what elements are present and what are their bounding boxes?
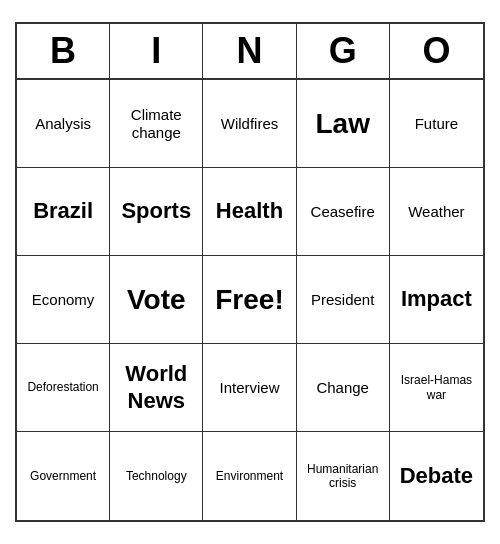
cell-text-5: Brazil (33, 198, 93, 224)
bingo-letter-o: O (390, 24, 483, 78)
bingo-cell-7: Health (203, 168, 296, 256)
bingo-cell-6: Sports (110, 168, 203, 256)
bingo-cell-17: Interview (203, 344, 296, 432)
bingo-cell-3: Law (297, 80, 390, 168)
bingo-letter-i: I (110, 24, 203, 78)
bingo-cell-18: Change (297, 344, 390, 432)
bingo-letter-n: N (203, 24, 296, 78)
bingo-cell-22: Environment (203, 432, 296, 520)
bingo-cell-12: Free! (203, 256, 296, 344)
bingo-cell-0: Analysis (17, 80, 110, 168)
cell-text-3: Law (315, 107, 369, 141)
bingo-cell-14: Impact (390, 256, 483, 344)
bingo-cell-23: Humanitarian crisis (297, 432, 390, 520)
bingo-card: BINGO AnalysisClimate changeWildfiresLaw… (15, 22, 485, 522)
cell-text-20: Government (30, 469, 96, 483)
cell-text-4: Future (415, 115, 458, 133)
bingo-cell-19: Israel-Hamas war (390, 344, 483, 432)
bingo-cell-20: Government (17, 432, 110, 520)
cell-text-6: Sports (121, 198, 191, 224)
bingo-letter-b: B (17, 24, 110, 78)
cell-text-7: Health (216, 198, 283, 224)
bingo-cell-8: Ceasefire (297, 168, 390, 256)
bingo-cell-21: Technology (110, 432, 203, 520)
cell-text-14: Impact (401, 286, 472, 312)
bingo-cell-5: Brazil (17, 168, 110, 256)
cell-text-16: World News (114, 361, 198, 414)
cell-text-23: Humanitarian crisis (301, 462, 385, 491)
cell-text-19: Israel-Hamas war (394, 373, 479, 402)
bingo-cell-1: Climate change (110, 80, 203, 168)
cell-text-8: Ceasefire (311, 203, 375, 221)
bingo-grid: AnalysisClimate changeWildfiresLawFuture… (17, 80, 483, 520)
bingo-cell-4: Future (390, 80, 483, 168)
bingo-cell-11: Vote (110, 256, 203, 344)
bingo-letter-g: G (297, 24, 390, 78)
cell-text-15: Deforestation (27, 380, 98, 394)
cell-text-24: Debate (400, 463, 473, 489)
bingo-cell-15: Deforestation (17, 344, 110, 432)
cell-text-13: President (311, 291, 374, 309)
cell-text-12: Free! (215, 283, 283, 317)
cell-text-10: Economy (32, 291, 95, 309)
cell-text-17: Interview (219, 379, 279, 397)
bingo-cell-2: Wildfires (203, 80, 296, 168)
cell-text-9: Weather (408, 203, 464, 221)
bingo-header: BINGO (17, 24, 483, 80)
cell-text-1: Climate change (114, 106, 198, 142)
cell-text-22: Environment (216, 469, 283, 483)
cell-text-0: Analysis (35, 115, 91, 133)
bingo-cell-24: Debate (390, 432, 483, 520)
bingo-cell-13: President (297, 256, 390, 344)
cell-text-2: Wildfires (221, 115, 279, 133)
bingo-cell-9: Weather (390, 168, 483, 256)
cell-text-11: Vote (127, 283, 186, 317)
cell-text-18: Change (316, 379, 369, 397)
bingo-cell-16: World News (110, 344, 203, 432)
cell-text-21: Technology (126, 469, 187, 483)
bingo-cell-10: Economy (17, 256, 110, 344)
